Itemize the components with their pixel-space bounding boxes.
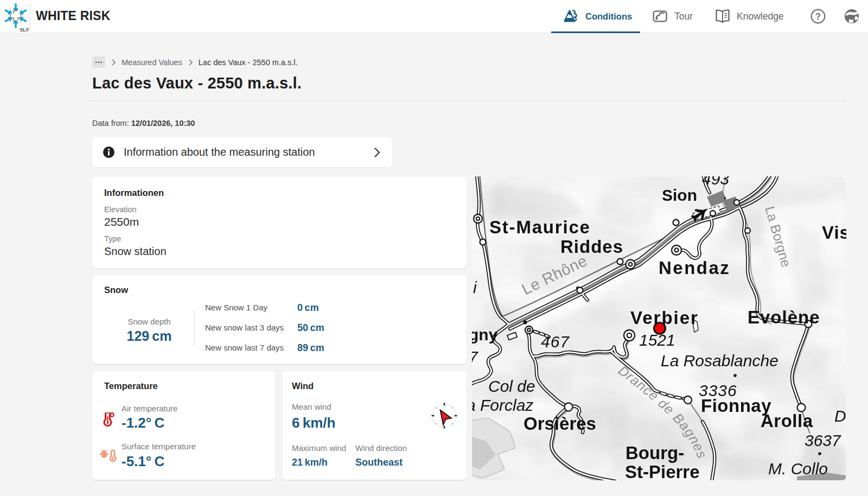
- svg-text:Orsières: Orsières: [524, 414, 596, 434]
- svg-text:3637: 3637: [805, 431, 841, 449]
- svg-text:Nendaz: Nendaz: [659, 258, 730, 278]
- svg-text:Verbier: Verbier: [630, 308, 699, 328]
- svg-text:La Rosablanche: La Rosablanche: [661, 352, 778, 370]
- svg-text:493: 493: [702, 176, 729, 188]
- svg-text:1521: 1521: [639, 331, 675, 349]
- svg-text:St-Maurice: St-Maurice: [489, 217, 591, 237]
- svg-text:D: D: [834, 407, 846, 425]
- svg-text:Bourg-: Bourg-: [626, 443, 684, 463]
- svg-text:467: 467: [541, 333, 570, 351]
- svg-text:SLF: SLF: [20, 27, 29, 33]
- svg-text:Evolène: Evolène: [748, 307, 820, 327]
- svg-text:Viss: Viss: [822, 222, 846, 243]
- svg-text:Riddes: Riddes: [560, 237, 623, 257]
- svg-text:Sion: Sion: [662, 186, 697, 204]
- svg-text:gny: gny: [472, 326, 498, 344]
- svg-text:St-Pierre: St-Pierre: [625, 462, 700, 480]
- svg-text:Col de: Col de: [488, 377, 535, 395]
- svg-text:?: ?: [815, 12, 821, 21]
- svg-text:a Forclaz: a Forclaz: [472, 396, 533, 414]
- svg-text:Arolla: Arolla: [761, 411, 813, 431]
- svg-text:M. Collo: M. Collo: [768, 460, 828, 478]
- svg-text:7: 7: [472, 348, 478, 366]
